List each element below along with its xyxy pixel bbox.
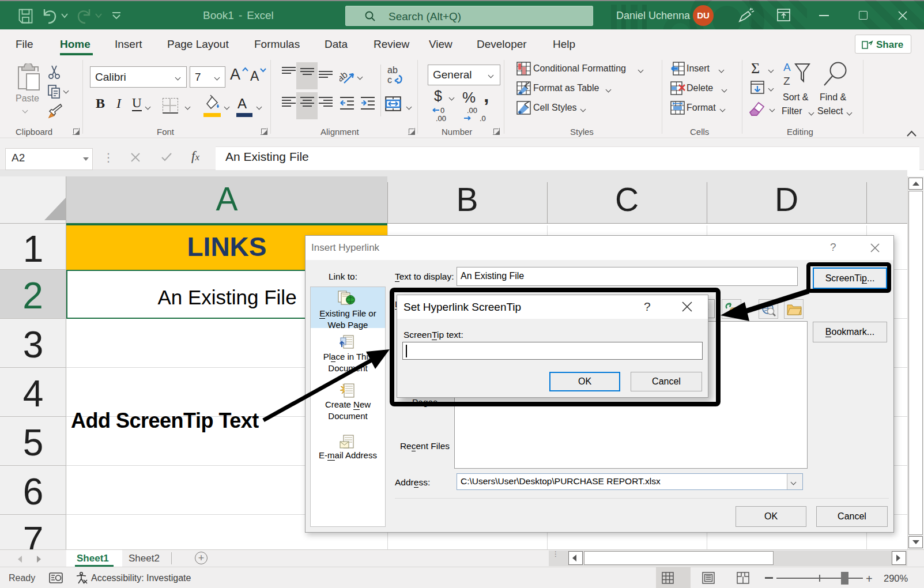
svg-text:A: A	[783, 62, 791, 73]
svg-text:.0: .0	[480, 114, 486, 122]
svg-text:c: c	[387, 75, 392, 85]
svg-text:ab: ab	[340, 69, 349, 83]
svg-text:.00: .00	[436, 114, 446, 122]
svg-text:.00: .00	[467, 106, 477, 115]
svg-text:Z: Z	[783, 75, 790, 87]
svg-text:0: 0	[440, 106, 444, 115]
svg-text:ab: ab	[387, 65, 398, 75]
